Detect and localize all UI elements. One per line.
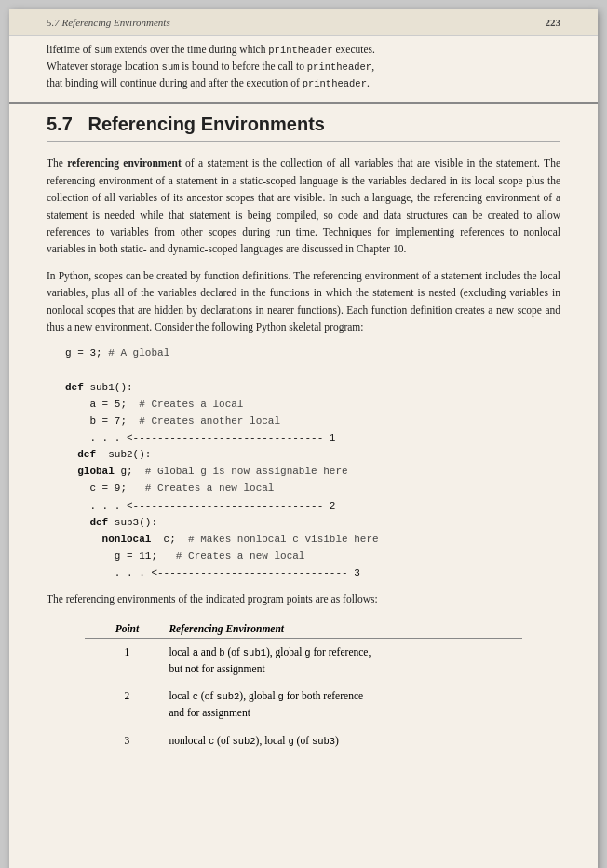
paragraph-1: The referencing environment of a stateme… xyxy=(47,155,560,257)
header-col-env: Referencing Environment xyxy=(169,623,521,634)
code-line-10: . . . <------------------------------- 2 xyxy=(65,497,560,514)
table-row-2: 2 local c (of sub2), global g for both r… xyxy=(85,688,521,722)
code-printheader1: printheader xyxy=(268,45,332,56)
top-carryover-text: lifetime of sum extends over the time du… xyxy=(9,36,598,102)
row3-point: 3 xyxy=(85,733,169,746)
code-line-5: b = 7; # Creates another local xyxy=(65,413,560,429)
code-printheader2: printheader xyxy=(307,61,371,73)
table-row-3: 3 nonlocal c (of sub2), local g (of sub3… xyxy=(85,733,521,750)
page-header-strip: 5.7 Referencing Environments 223 xyxy=(9,9,598,36)
top-text-line2: Whatever storage location sum is bound t… xyxy=(47,61,374,72)
row1-env: local a and b (of sub1), global g for re… xyxy=(169,644,521,678)
code-block: g = 3; # A global def sub1(): a = 5; # C… xyxy=(65,345,560,581)
code-g-1: g xyxy=(304,647,310,658)
code-line-4: a = 5; # Creates a local xyxy=(65,396,560,413)
table-row-1: 1 local a and b (of sub1), global g for … xyxy=(85,644,521,678)
code-c-2: c xyxy=(209,736,214,747)
section-number: 5.7 xyxy=(47,114,73,134)
table-intro-text: The referencing environments of the indi… xyxy=(47,590,560,607)
code-sum2: sum xyxy=(162,61,180,73)
code-line-7: def sub2(): xyxy=(65,446,560,463)
code-sub1-1: sub1 xyxy=(243,647,266,658)
row2-env: local c (of sub2), global g for both ref… xyxy=(169,688,521,722)
section-title: Referencing Environments xyxy=(88,114,325,134)
code-sub2-2: sub2 xyxy=(232,736,255,747)
section-heading: 5.7 Referencing Environments xyxy=(47,114,560,135)
bold-term-referencing-env: referencing environment xyxy=(67,157,182,169)
book-page: 5.7 Referencing Environments 223 lifetim… xyxy=(9,9,598,868)
code-g-3: g xyxy=(288,736,293,747)
code-sum1: sum xyxy=(94,45,112,56)
code-line-9: c = 9; # Creates a new local xyxy=(65,480,560,496)
header-chapter-title: 5.7 Referencing Environments xyxy=(47,17,170,28)
code-c-1: c xyxy=(193,691,198,702)
code-sub2-1: sub2 xyxy=(216,691,239,702)
header-col-point: Point xyxy=(85,623,169,634)
row3-env: nonlocal c (of sub2), local g (of sub3) xyxy=(169,733,521,750)
section-divider xyxy=(47,141,560,142)
code-line-12: nonlocal c; # Makes nonlocal c visible h… xyxy=(65,531,560,548)
code-b: b xyxy=(219,647,224,658)
code-line-8: global g; # Global g is now assignable h… xyxy=(65,463,560,480)
paragraph-2: In Python, scopes can be created by func… xyxy=(47,267,560,336)
top-text-line1: lifetime of sum extends over the time du… xyxy=(47,44,375,55)
code-line-14: . . . <------------------------------- 3 xyxy=(65,564,560,581)
code-printheader3: printheader xyxy=(303,78,367,89)
code-line-13: g = 11; # Creates a new local xyxy=(65,548,560,564)
env-table-header: Point Referencing Environment xyxy=(85,623,521,639)
main-content: The referencing environment of a stateme… xyxy=(9,155,598,779)
code-line-1: g = 3; # A global xyxy=(65,345,560,361)
header-page-number: 223 xyxy=(546,17,561,28)
top-text-line3: that binding will continue during and af… xyxy=(47,77,370,88)
row2-point: 2 xyxy=(85,688,169,701)
env-table: Point Referencing Environment 1 local a … xyxy=(85,623,521,750)
section-heading-area: 5.7 Referencing Environments xyxy=(9,102,598,155)
row1-point: 1 xyxy=(85,644,169,658)
code-sub3: sub3 xyxy=(312,736,335,747)
code-line-11: def sub3(): xyxy=(65,514,560,531)
code-line-3: def sub1(): xyxy=(65,379,560,396)
code-line-blank xyxy=(65,361,560,378)
code-line-6: . . . <------------------------------- 1 xyxy=(65,429,560,446)
code-a: a xyxy=(193,647,198,658)
code-g-2: g xyxy=(278,691,284,702)
